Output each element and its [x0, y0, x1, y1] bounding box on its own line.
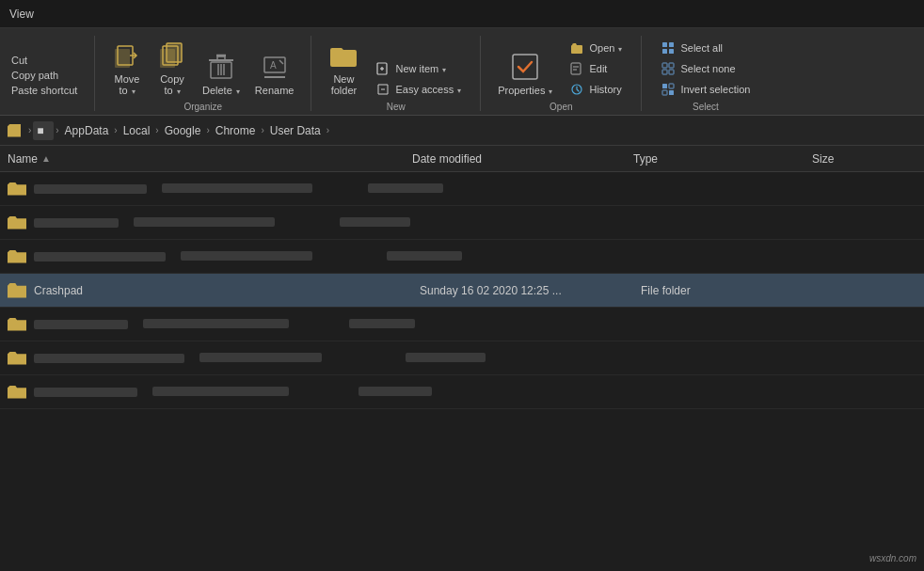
open-label: Open ▾: [589, 42, 622, 54]
blurred-type-6: [358, 387, 432, 396]
crashpad-type: File folder: [641, 284, 820, 297]
breadcrumb-arrow-3: ›: [155, 125, 158, 135]
new-item-button[interactable]: New item ▾: [368, 58, 469, 79]
main-content: Name ▲ Date modified Type Size: [0, 146, 924, 571]
title-bar: View: [0, 0, 924, 28]
delete-label: Delete ▾: [202, 85, 240, 96]
select-label: Select: [693, 102, 719, 115]
move-to-icon: [112, 40, 142, 71]
svg-rect-29: [662, 70, 667, 74]
home-icon: [8, 124, 21, 137]
breadcrumb-appdata[interactable]: AppData: [61, 121, 113, 140]
new-label: New: [387, 102, 406, 115]
svg-text:A: A: [270, 60, 277, 71]
history-button[interactable]: History: [562, 79, 629, 100]
properties-icon: [510, 52, 540, 82]
breadcrumb-userdata[interactable]: User Data: [266, 121, 325, 140]
blurred-date-4: [143, 319, 289, 328]
new-folder-button[interactable]: Newfolder: [323, 36, 364, 100]
breadcrumb-arrow-0: ›: [28, 125, 31, 135]
open-small-group: Open ▾ Edit: [562, 38, 629, 100]
watermark: wsxdn.com: [869, 553, 916, 563]
open-group: Properties ▾ Open ▾: [486, 32, 635, 115]
col-name-header[interactable]: Name ▲: [8, 152, 412, 166]
properties-button[interactable]: Properties ▾: [492, 36, 558, 100]
organize-buttons: Moveto ▾ Copyto ▾: [106, 32, 299, 100]
select-none-button[interactable]: Select none: [653, 58, 757, 79]
invert-selection-label: Invert selection: [680, 84, 750, 95]
breadcrumb-google[interactable]: Google: [161, 121, 205, 140]
breadcrumb-chrome[interactable]: Chrome: [212, 121, 260, 140]
delete-button[interactable]: Delete ▾: [197, 36, 246, 100]
copy-to-label: Copyto ▾: [160, 73, 184, 96]
easy-access-button[interactable]: Easy access ▾: [368, 79, 469, 100]
svg-rect-23: [662, 42, 667, 47]
list-item[interactable]: [0, 206, 924, 240]
blurred-name-6: [34, 388, 137, 397]
rename-button[interactable]: A Rename: [249, 36, 300, 100]
open-button[interactable]: Open ▾: [562, 38, 629, 58]
col-size-header[interactable]: Size: [812, 152, 916, 166]
blurred-date-2: [134, 217, 275, 227]
svg-rect-27: [662, 63, 667, 68]
list-item[interactable]: [0, 240, 924, 274]
select-all-button[interactable]: Select all: [653, 38, 757, 58]
invert-selection-icon: [661, 82, 676, 97]
breadcrumb-local[interactable]: Local: [119, 121, 154, 140]
svg-rect-33: [662, 90, 667, 95]
edit-button[interactable]: Edit: [562, 58, 629, 79]
copy-to-button[interactable]: Copyto ▾: [151, 36, 193, 100]
breadcrumb-arrow-2: ›: [114, 125, 117, 135]
select-all-label: Select all: [680, 42, 723, 54]
new-folder-icon: [328, 40, 358, 71]
rename-icon: A: [260, 52, 290, 82]
blurred-date-6: [152, 387, 289, 396]
organize-label: Organize: [183, 102, 222, 115]
blurred-name-3: [34, 252, 166, 262]
history-label: History: [589, 84, 621, 95]
blurred-date-3: [181, 251, 312, 261]
copy-to-icon: [157, 40, 187, 71]
svg-rect-28: [669, 63, 674, 68]
breadcrumb-bar: › ■ › AppData › Local › Google › Chrome …: [0, 116, 924, 146]
breadcrumb-arrow-6: ›: [327, 125, 329, 135]
svg-rect-32: [669, 84, 674, 88]
breadcrumb-arrow-1: ›: [56, 125, 58, 135]
select-all-icon: [661, 40, 676, 56]
new-folder-label: Newfolder: [331, 73, 358, 96]
history-icon: [569, 82, 584, 97]
move-to-button[interactable]: Moveto ▾: [106, 36, 148, 100]
new-item-label: New item ▾: [395, 63, 446, 74]
crashpad-row[interactable]: Crashpad Sunday 16 02 2020 12:25 ... Fil…: [0, 274, 924, 308]
move-to-label: Moveto ▾: [115, 73, 140, 96]
svg-rect-19: [571, 63, 581, 74]
delete-icon: [206, 52, 236, 82]
breadcrumb-home[interactable]: ■: [33, 121, 54, 140]
list-item[interactable]: [0, 341, 924, 375]
blurred-name-2: [34, 218, 119, 228]
divider-2: [311, 36, 311, 111]
paste-shortcut-button[interactable]: Paste shortcut: [9, 84, 83, 97]
rename-label: Rename: [255, 85, 295, 96]
new-group: Newfolder New item ▾: [317, 32, 474, 115]
list-item[interactable]: [0, 172, 924, 206]
list-item[interactable]: [0, 308, 924, 341]
edit-label: Edit: [589, 63, 607, 74]
list-item[interactable]: [0, 375, 924, 409]
svg-rect-26: [669, 49, 674, 54]
properties-label: Properties ▾: [498, 85, 552, 96]
divider-4: [641, 36, 642, 111]
blurred-type-1: [368, 183, 443, 193]
cut-button[interactable]: Cut: [9, 54, 83, 67]
col-date-header[interactable]: Date modified: [412, 152, 633, 166]
edit-icon: [569, 61, 584, 76]
select-none-icon: [661, 61, 676, 76]
copy-path-button[interactable]: Copy path: [9, 69, 83, 82]
invert-selection-button[interactable]: Invert selection: [653, 79, 757, 100]
new-item-icon: [375, 61, 390, 76]
quick-actions: Cut Copy path Paste shortcut: [4, 32, 88, 115]
ribbon: Cut Copy path Paste shortcut Moveto ▾: [0, 28, 924, 116]
col-type-header[interactable]: Type: [633, 152, 812, 166]
crashpad-name: Crashpad: [34, 284, 420, 297]
svg-rect-31: [662, 84, 667, 88]
